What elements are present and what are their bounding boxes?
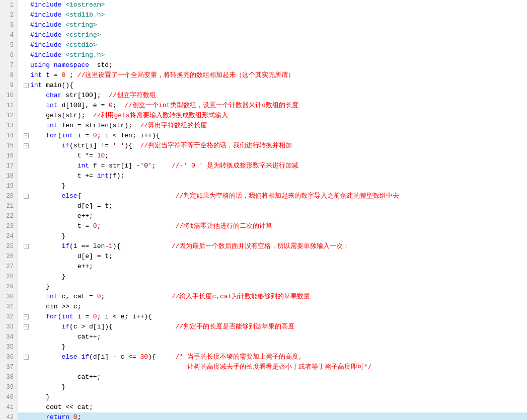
- code-text: t = 0; //将t清零让他进行的二次的计算: [30, 221, 272, 231]
- line-number: 23: [4, 221, 14, 231]
- code-line: − else{ //判定如果为空格的话，我们将相加起来的数字导入之前创建的整型数…: [18, 191, 527, 201]
- code-line: t *= 10;: [18, 151, 527, 161]
- code-line: #include <cstring>: [18, 30, 527, 40]
- line-number: 22: [4, 211, 14, 221]
- code-text: e++;: [30, 262, 93, 272]
- code-text: #include <cstring>: [30, 30, 101, 40]
- code-text: for(int i = 0; i < len; i++){: [30, 131, 160, 141]
- line-number: 5: [4, 40, 14, 50]
- line-numbers: 1234567891011121314151617181920212223242…: [0, 0, 18, 420]
- line-number: 41: [4, 402, 14, 412]
- line-number: 32: [4, 312, 14, 322]
- code-line: cout << cat;: [18, 402, 527, 412]
- fold-icon[interactable]: −: [22, 143, 30, 148]
- fold-icon[interactable]: −: [22, 244, 30, 249]
- code-line: int c, cat = 0; //输入手长度c,cat为计数能够够到的苹果数量: [18, 292, 527, 302]
- code-text: gets(str); //利用gets将需要输入数转换成数组形式输入: [30, 111, 228, 121]
- code-text: using namespace std;: [30, 60, 113, 70]
- code-line: }: [18, 272, 527, 282]
- code-line: − for(int i = 0; i < len; i++){: [18, 131, 527, 141]
- code-text: #include <string.h>: [30, 50, 105, 60]
- line-number: 36: [4, 352, 14, 362]
- code-line: t += int(f);: [18, 171, 527, 181]
- line-number: 25: [4, 241, 14, 251]
- code-text: d[e] = t;: [30, 201, 113, 211]
- code-line: d[e] = t;: [18, 251, 527, 262]
- code-line: − if(c > d[i]){ //判定手的长度是否能够到达苹果的高度: [18, 322, 527, 332]
- code-line: }: [18, 231, 527, 241]
- code-text: for(int i = 0; i < e; i++){: [30, 312, 152, 322]
- line-number: 2: [4, 10, 14, 20]
- code-text: }: [30, 382, 65, 392]
- line-number: 6: [4, 50, 14, 60]
- line-number: 27: [4, 262, 14, 272]
- code-line: e++;: [18, 262, 527, 272]
- code-line: #include <iostream>: [18, 0, 527, 10]
- fold-icon[interactable]: −: [22, 83, 30, 88]
- code-line: d[e] = t;: [18, 201, 527, 211]
- code-text: cat++;: [30, 332, 101, 342]
- code-line: #include <string.h>: [18, 50, 527, 60]
- code-line: }: [18, 282, 527, 292]
- code-line: }: [18, 342, 527, 352]
- code-text: int t = 0 ; //这里设置了一个全局变量，将转换完的数组相加起来（这个…: [30, 70, 294, 80]
- line-number: 21: [4, 201, 14, 211]
- code-line: return 0;: [18, 412, 527, 420]
- code-line: }: [18, 181, 527, 191]
- line-number: 29: [4, 282, 14, 292]
- code-line: e++;: [18, 211, 527, 221]
- code-text: int f = str[i] -'0'; //-' 0 ' 是为转换成整形数字来…: [30, 161, 298, 171]
- line-number: 4: [4, 30, 14, 40]
- fold-icon[interactable]: −: [22, 133, 30, 138]
- code-line: char str[100]; //创立字符数组: [18, 91, 527, 101]
- line-number: 24: [4, 231, 14, 241]
- code-text: if(c > d[i]){ //判定手的长度是否能够到达苹果的高度: [30, 322, 294, 332]
- code-line: t = 0; //将t清零让他进行的二次的计算: [18, 221, 527, 231]
- code-text: }: [30, 342, 65, 352]
- code-text: cout << cat;: [30, 402, 93, 412]
- line-number: 18: [4, 171, 14, 181]
- code-area: #include <iostream>#include <stdlib.h>#i…: [18, 0, 527, 420]
- code-text: return 0;: [30, 412, 81, 420]
- code-text: cin >> c;: [30, 302, 81, 312]
- fold-icon[interactable]: −: [22, 355, 30, 360]
- code-text: cat++;: [30, 372, 101, 382]
- line-number: 33: [4, 322, 14, 332]
- code-text: #include <cstdio>: [30, 40, 97, 50]
- code-line: −int main(){: [18, 80, 527, 91]
- line-number: 13: [4, 121, 14, 131]
- code-line: − for(int i = 0; i < e; i++){: [18, 312, 527, 322]
- code-text: int len = strlen(str); //算出字符数组的长度: [30, 121, 207, 131]
- line-number: 28: [4, 272, 14, 282]
- code-text: char str[100]; //创立字符数组: [30, 91, 156, 101]
- fold-icon[interactable]: −: [22, 324, 30, 329]
- line-number: 8: [4, 70, 14, 80]
- line-number: 40: [4, 392, 14, 402]
- line-number: 42: [4, 412, 14, 420]
- line-number: 14: [4, 131, 14, 141]
- line-number: 17: [4, 161, 14, 171]
- code-text: }: [30, 181, 65, 191]
- line-number: 39: [4, 382, 14, 392]
- code-line: #include <cstdio>: [18, 40, 527, 50]
- fold-icon[interactable]: −: [22, 194, 30, 199]
- code-text: if(i == len-1){ //因为最后一个数后面并没有空格，所以需要单独输…: [30, 241, 350, 251]
- code-text: if(str[i] != ' '){ //判定当字符不等于空格的话，我们进行转换…: [30, 141, 292, 151]
- code-text: t += int(f);: [30, 171, 124, 181]
- code-text: t *= 10;: [30, 151, 109, 161]
- code-line: int len = strlen(str); //算出字符数组的长度: [18, 121, 527, 131]
- code-line: }: [18, 392, 527, 402]
- code-text: int main(){: [30, 80, 73, 91]
- code-line: int d[100], e = 0; //创立一个int类型数组，设置一个计数器…: [18, 101, 527, 111]
- code-text: int d[100], e = 0; //创立一个int类型数组，设置一个计数器…: [30, 101, 298, 111]
- code-text: #include <stdlib.h>: [30, 10, 105, 20]
- code-text: }: [30, 392, 50, 402]
- code-line: int f = str[i] -'0'; //-' 0 ' 是为转换成整形数字来…: [18, 161, 527, 171]
- code-text: else{ //判定如果为空格的话，我们将相加起来的数字导入之前创建的整型数组中…: [30, 191, 399, 201]
- code-line: cat++;: [18, 372, 527, 382]
- code-line: gets(str); //利用gets将需要输入数转换成数组形式输入: [18, 111, 527, 121]
- code-text: d[e] = t;: [30, 251, 113, 262]
- line-number: 38: [4, 372, 14, 382]
- fold-icon[interactable]: −: [22, 314, 30, 319]
- code-container: 1234567891011121314151617181920212223242…: [0, 0, 527, 420]
